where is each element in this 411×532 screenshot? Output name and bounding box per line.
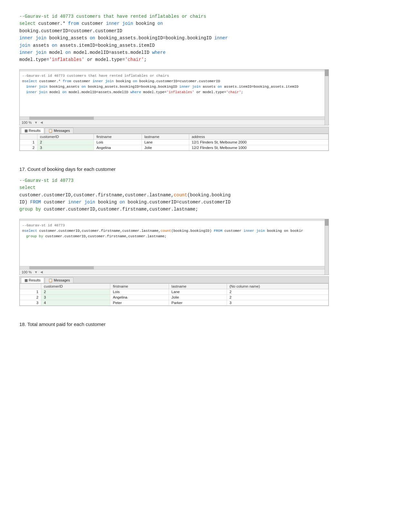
editor-line-17-2: group by customer.customerID,customer.fi… bbox=[22, 234, 326, 239]
editor-line-comment-17: --Gaurav-st id 40773 bbox=[22, 223, 326, 228]
cell-firstname: Lois bbox=[94, 139, 142, 145]
col-header-firstname-17: firstname bbox=[110, 283, 169, 289]
results-table-16: customerID firstname lastname address 1 … bbox=[20, 134, 328, 151]
cell-firstname: Lois bbox=[110, 289, 169, 294]
editor-footer-16: 100 % ▼ ◀ bbox=[20, 120, 328, 125]
cell-customerid: 2 bbox=[41, 289, 110, 294]
comment-line-16: --Gaurav-st id 40773 customers that have… bbox=[19, 13, 392, 20]
tab-bar-17: ▦ Results 📋 Messages bbox=[20, 277, 328, 283]
editor-scrollbar-17[interactable] bbox=[325, 219, 328, 275]
editor-line-2: inner join booking_assets on booking_ass… bbox=[22, 84, 326, 90]
cell-customerid: 3 bbox=[41, 294, 110, 300]
cell-val: 2 bbox=[227, 289, 328, 294]
editor-panel-16: --Gaurav-st id 40773 customers that have… bbox=[19, 69, 329, 125]
col-header-lastname: lastname bbox=[142, 134, 189, 139]
cell-customerid: 3 bbox=[37, 145, 94, 150]
editor-content-16[interactable]: --Gaurav-st id 40773 customers that have… bbox=[20, 71, 328, 116]
tab-messages-icon-17: 📋 bbox=[48, 278, 54, 282]
row-num: 1 bbox=[20, 289, 41, 294]
code-line-6: model.type='inflatables' or model.type='… bbox=[19, 56, 392, 63]
col-header-customerid-17: customerID bbox=[41, 283, 110, 289]
code-line-17-3: ID) FROM customer inner join booking on … bbox=[19, 199, 392, 206]
editor-scrollbar-16[interactable] bbox=[325, 70, 328, 125]
results-area-17: ▦ Results 📋 Messages customerID firstnam… bbox=[19, 276, 329, 306]
tab-results-17[interactable]: ▦ Results bbox=[21, 277, 44, 283]
results-area-16: ▦ Results 📋 Messages customerID firstnam… bbox=[19, 127, 329, 151]
cell-firstname: Angelina bbox=[94, 145, 142, 150]
table-row: 1 2 Lois Lane 2 bbox=[20, 289, 328, 294]
tab-bar-16: ▦ Results 📋 Messages bbox=[20, 127, 328, 134]
editor-line-3: inner join model on model.modelID=assets… bbox=[22, 90, 326, 95]
section-18: 18. Total amount paid for each customer bbox=[19, 321, 392, 327]
code-line-4: join assets on assets.itemID=booking_ass… bbox=[19, 42, 392, 49]
code-block-16: --Gaurav-st id 40773 customers that have… bbox=[19, 13, 392, 64]
hscrollbar-16[interactable] bbox=[20, 116, 328, 120]
zoom-level-16[interactable]: 100 % bbox=[22, 121, 32, 124]
col-header-rownum-17 bbox=[20, 283, 41, 289]
col-header-rownum bbox=[20, 134, 37, 139]
tab-messages-16[interactable]: 📋 Messages bbox=[45, 128, 73, 133]
cell-lastname: Jolie bbox=[169, 294, 227, 300]
cell-val: 3 bbox=[227, 300, 328, 305]
tab-results-16[interactable]: ▦ Results bbox=[21, 128, 44, 133]
section-17: 17. Count of booking days for each custo… bbox=[19, 166, 392, 306]
cell-lastname: Lane bbox=[142, 139, 189, 145]
editor-line-1: ⊟select customer.* from customer inner j… bbox=[22, 79, 326, 84]
code-block-17: --Gaurav-st id 40773 select customer.cus… bbox=[19, 177, 392, 213]
tab-results-icon-17: ▦ bbox=[24, 278, 29, 282]
code-line-3: inner join booking_assets on booking_ass… bbox=[19, 34, 392, 42]
comment-line-17: --Gaurav-st id 40773 bbox=[19, 177, 392, 184]
row-num: 1 bbox=[20, 139, 37, 145]
editor-line-comment: --Gaurav-st id 40773 customers that have… bbox=[22, 73, 326, 79]
editor-line-17-1: ⊟select customer.customerID,customer.fir… bbox=[22, 228, 326, 234]
tab-messages-17[interactable]: 📋 Messages bbox=[45, 277, 73, 283]
scrollbar-thumb-17 bbox=[325, 219, 328, 226]
editor-panel-17: --Gaurav-st id 40773 ⊟select customer.cu… bbox=[19, 219, 329, 275]
section-title-18: 18. Total amount paid for each customer bbox=[19, 321, 392, 327]
code-line-17-2: customer.customerID,customer.firstname,c… bbox=[19, 192, 392, 199]
code-line-17-4: group by customer.customerID,customer.fi… bbox=[19, 206, 392, 213]
table-row: 2 3 Angelina Jolie 2 bbox=[20, 294, 328, 300]
hscrollbar-thumb bbox=[29, 117, 94, 120]
cell-firstname: Peter bbox=[110, 300, 169, 305]
col-header-nocolumn-17: (No column name) bbox=[227, 283, 328, 289]
cell-customerid: 4 bbox=[41, 300, 110, 305]
table-row: 3 4 Peter Parker 3 bbox=[20, 300, 328, 305]
code-line-17-1: select bbox=[19, 184, 392, 191]
hscrollbar-17[interactable] bbox=[20, 266, 328, 269]
cell-lastname: Parker bbox=[169, 300, 227, 305]
cell-firstname: Angelina bbox=[110, 294, 169, 300]
editor-content-17[interactable]: --Gaurav-st id 40773 ⊟select customer.cu… bbox=[20, 221, 328, 266]
section-title-17: 17. Count of booking days for each custo… bbox=[19, 166, 392, 172]
results-table-17: customerID firstname lastname (No column… bbox=[20, 283, 328, 306]
hscrollbar-thumb-17 bbox=[29, 266, 94, 269]
tab-messages-icon: 📋 bbox=[48, 129, 54, 133]
section-16: --Gaurav-st id 40773 customers that have… bbox=[19, 13, 392, 151]
scrollbar-thumb bbox=[325, 70, 328, 76]
tab-results-icon: ▦ bbox=[24, 129, 29, 133]
editor-footer-17: 100 % ▼ ◀ bbox=[20, 269, 328, 275]
cell-val: 2 bbox=[227, 294, 328, 300]
col-header-customerid: customerID bbox=[37, 134, 94, 139]
row-num: 2 bbox=[20, 294, 41, 300]
cell-address: 12/2 Flinders St, Melbourne 1000 bbox=[189, 145, 328, 150]
code-line-2: booking.customerID=customer.customerID bbox=[19, 27, 392, 34]
cell-lastname: Jolie bbox=[142, 145, 189, 150]
table-row: 2 3 Angelina Jolie 12/2 Flinders St, Mel… bbox=[20, 145, 328, 150]
code-line-1: select customer.* from customer inner jo… bbox=[19, 20, 392, 27]
col-header-firstname: firstname bbox=[94, 134, 142, 139]
table-row: 1 2 Lois Lane 12/1 Flinders St, Melbourn… bbox=[20, 139, 328, 145]
cell-address: 12/1 Flinders St, Melbourne 2000 bbox=[189, 139, 328, 145]
col-header-lastname-17: lastname bbox=[169, 283, 227, 289]
zoom-level-17[interactable]: 100 % bbox=[22, 270, 32, 274]
row-num: 2 bbox=[20, 145, 37, 150]
row-num: 3 bbox=[20, 300, 41, 305]
cell-lastname: Lane bbox=[169, 289, 227, 294]
cell-customerid: 2 bbox=[37, 139, 94, 145]
col-header-address: address bbox=[189, 134, 328, 139]
code-line-5: inner join model on model.modelID=assets… bbox=[19, 49, 392, 56]
